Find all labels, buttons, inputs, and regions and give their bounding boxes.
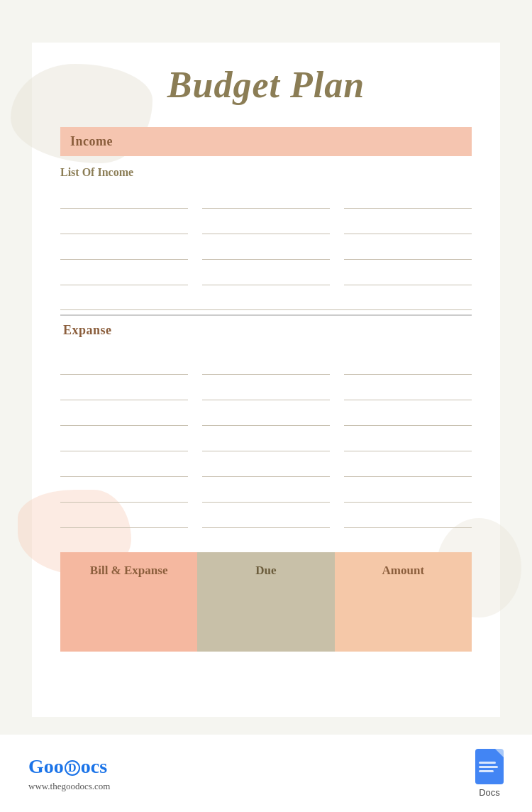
expense-line [344,505,472,528]
logo-d-circle: D [65,760,80,776]
footer-logo: GooDocs www.thegoodocs.com [28,755,110,792]
income-line [344,237,472,260]
income-col-3 [344,186,472,288]
footer-url: www.thegoodocs.com [28,781,110,792]
expense-line [60,505,188,528]
income-header: Income [60,127,472,156]
logo-text: GooDocs [28,755,110,778]
bill-expense-card: Bill & Expanse [60,552,197,652]
income-line [202,186,330,209]
expense-line [344,378,472,400]
income-line [202,237,330,260]
docs-icon-line-3 [479,770,494,772]
income-line [202,212,330,234]
expense-line [202,378,330,400]
expense-line [60,454,188,477]
expense-section: Expanse [60,309,472,531]
expense-line [202,454,330,477]
expense-line [60,429,188,451]
income-section: Income List Of Income [60,127,472,288]
document-content: Budget Plan Income List Of Income [60,64,472,652]
income-line [344,263,472,285]
expense-line [60,352,188,375]
income-col-2 [202,186,330,288]
income-line [344,186,472,209]
expense-line [344,352,472,375]
logo-goo: Goo [28,755,64,777]
docs-icon-line-2 [479,766,498,768]
due-card: Due [197,552,334,652]
expense-line [202,429,330,451]
expense-row-group [60,352,472,531]
expense-line [344,480,472,503]
expense-col-3 [344,352,472,531]
list-of-income-label: List Of Income [60,166,472,179]
expense-line [60,378,188,400]
expense-line [202,352,330,375]
expense-line [344,403,472,426]
income-line [60,212,188,234]
document-title: Budget Plan [60,64,472,106]
summary-cards: Bill & Expanse Due Amount [60,552,472,652]
docs-label: Docs [479,787,500,798]
footer: GooDocs www.thegoodocs.com Docs [0,735,532,812]
income-row-group [60,186,472,288]
expense-divider [60,309,472,310]
expense-line [60,403,188,426]
expense-header: Expanse [60,314,472,345]
expense-line [202,505,330,528]
docs-file-icon [475,749,504,784]
page-wrapper: Budget Plan Income List Of Income [0,0,532,812]
expense-col-2 [202,352,330,531]
expense-line [202,480,330,503]
expense-line [344,454,472,477]
income-line [60,263,188,285]
expense-line [60,480,188,503]
document-area: Budget Plan Income List Of Income [32,43,500,717]
expense-col-1 [60,352,188,531]
amount-card: Amount [335,552,472,652]
expense-line [202,403,330,426]
income-line [202,263,330,285]
logo-ocs: ocs [81,755,107,777]
income-line [60,186,188,209]
docs-icon-line-1 [479,762,496,764]
income-line [344,212,472,234]
income-line [60,237,188,260]
income-col-1 [60,186,188,288]
expense-line [344,429,472,451]
docs-icon-container: Docs [475,749,504,798]
